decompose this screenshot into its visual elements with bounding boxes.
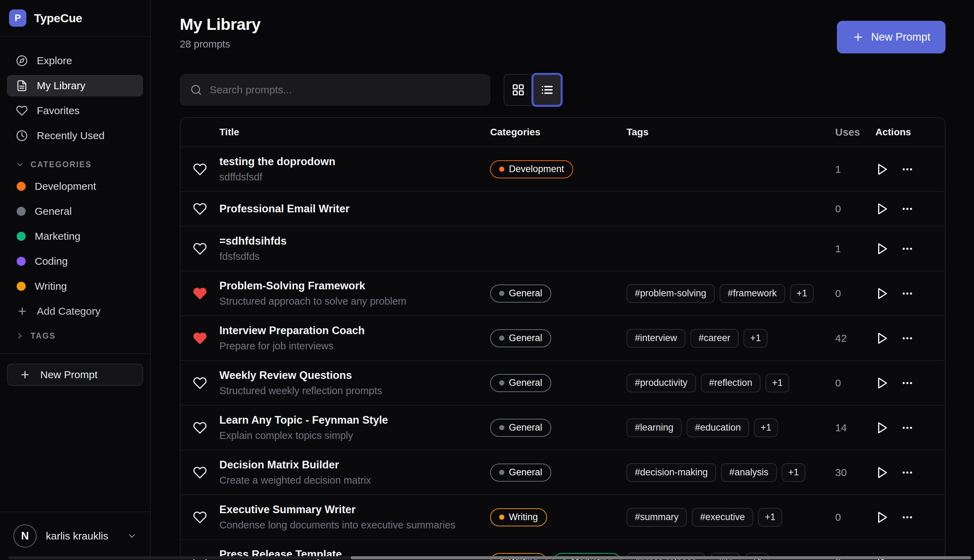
- grid-view-button[interactable]: [504, 74, 532, 106]
- tag-pill[interactable]: #framework: [720, 284, 785, 303]
- favorite-heart-icon[interactable]: [193, 466, 207, 480]
- favorite-heart-icon[interactable]: [193, 242, 207, 256]
- more-tags-pill[interactable]: +1: [758, 508, 782, 527]
- more-tags-pill[interactable]: +1: [744, 329, 767, 348]
- run-prompt-button[interactable]: [876, 421, 889, 434]
- tag-pill[interactable]: #executive: [692, 508, 753, 527]
- prompt-count: 28 prompts: [180, 38, 261, 50]
- run-prompt-button[interactable]: [876, 377, 889, 390]
- more-tags-pill[interactable]: +1: [782, 463, 806, 482]
- table-row[interactable]: Learn Any Topic - Feynman StyleExplain c…: [180, 406, 945, 450]
- sidebar-item-my-library[interactable]: My Library: [7, 75, 143, 97]
- table-row[interactable]: Interview Preparation CoachPrepare for j…: [180, 316, 945, 361]
- tag-pill[interactable]: #productivity: [627, 374, 696, 392]
- favorite-heart-icon[interactable]: [193, 376, 207, 390]
- category-badge-label: General: [509, 467, 542, 478]
- more-tags-pill[interactable]: +1: [766, 374, 789, 392]
- sidebar-category-writing[interactable]: Writing: [7, 275, 143, 297]
- tags-section-header[interactable]: TAGS: [7, 328, 143, 343]
- tag-pill[interactable]: #summary: [627, 508, 687, 527]
- category-badge-label: General: [509, 333, 542, 343]
- tag-pill[interactable]: #decision-making: [627, 463, 716, 482]
- table-row[interactable]: Weekly Review QuestionsStructured weekly…: [180, 361, 945, 406]
- more-actions-button[interactable]: [901, 287, 914, 300]
- sidebar-category-marketing[interactable]: Marketing: [7, 225, 143, 247]
- sidebar-new-prompt-button[interactable]: New Prompt: [7, 363, 143, 386]
- category-badge[interactable]: General: [490, 419, 551, 437]
- table-row[interactable]: Professional Email Writer0: [180, 192, 945, 227]
- table-row[interactable]: Problem-Solving FrameworkStructured appr…: [180, 271, 945, 316]
- horizontal-scrollbar-thumb[interactable]: [350, 556, 971, 559]
- search-input[interactable]: [210, 84, 480, 96]
- more-actions-button[interactable]: [901, 163, 914, 175]
- list-view-button[interactable]: [532, 73, 563, 107]
- category-badge[interactable]: General: [490, 463, 551, 482]
- tag-pill[interactable]: #education: [687, 418, 749, 437]
- prompt-description: fdsfsdfds: [219, 251, 480, 262]
- tag-pill[interactable]: #learning: [627, 418, 682, 437]
- run-prompt-button[interactable]: [876, 287, 889, 300]
- run-prompt-button[interactable]: [876, 202, 889, 215]
- run-prompt-button[interactable]: [876, 163, 889, 176]
- user-menu[interactable]: N karlis krauklis: [0, 512, 150, 560]
- category-badge[interactable]: General: [490, 285, 551, 303]
- tag-pill[interactable]: #career: [690, 329, 739, 348]
- favorite-heart-icon[interactable]: [193, 287, 207, 300]
- run-prompt-button[interactable]: [876, 242, 889, 255]
- categories-cell: General: [490, 285, 627, 303]
- table-row[interactable]: Decision Matrix BuilderCreate a weighted…: [180, 450, 945, 495]
- more-actions-button[interactable]: [901, 466, 914, 479]
- tag-pill[interactable]: #analysis: [721, 463, 777, 482]
- tag-pill[interactable]: #problem-solving: [627, 284, 715, 303]
- prompt-description: Create a weighted decision matrix: [219, 475, 480, 486]
- favorite-heart-icon[interactable]: [193, 202, 207, 216]
- tag-pill[interactable]: #reflection: [701, 374, 761, 392]
- prompt-title: Learn Any Topic - Feynman Style: [219, 414, 480, 427]
- table-row[interactable]: testing the doprodownsdffdsfsdfDevelopme…: [180, 147, 945, 192]
- categories-section-header[interactable]: CATEGORIES: [7, 157, 143, 172]
- prompt-title: testing the doprodown: [219, 155, 480, 168]
- category-badge[interactable]: General: [490, 329, 551, 347]
- tag-pill[interactable]: #interview: [627, 329, 685, 348]
- categories-cell: Development: [490, 160, 627, 178]
- sidebar-item-recently-used[interactable]: Recently Used: [7, 125, 143, 147]
- ellipsis-icon: [901, 511, 914, 523]
- more-actions-button[interactable]: [901, 511, 914, 523]
- table-row[interactable]: Executive Summary WriterCondense long do…: [180, 495, 945, 540]
- run-prompt-button[interactable]: [876, 511, 889, 524]
- new-prompt-button[interactable]: New Prompt: [837, 21, 946, 53]
- sidebar-item-favorites[interactable]: Favorites: [7, 100, 143, 122]
- favorite-heart-icon[interactable]: [193, 162, 207, 176]
- play-icon: [876, 242, 889, 255]
- run-prompt-button[interactable]: [876, 466, 889, 479]
- sidebar-category-coding[interactable]: Coding: [7, 250, 143, 272]
- plus-icon: [852, 31, 864, 43]
- sidebar-category-development[interactable]: Development: [7, 175, 143, 197]
- more-actions-button[interactable]: [901, 203, 914, 215]
- favorite-heart-icon[interactable]: [193, 332, 207, 345]
- actions-cell: [876, 242, 945, 255]
- more-tags-pill[interactable]: +1: [790, 284, 814, 303]
- run-prompt-button[interactable]: [876, 332, 889, 345]
- category-badge-label: General: [509, 377, 542, 388]
- play-icon: [876, 421, 889, 434]
- add-category-button[interactable]: Add Category: [7, 300, 143, 322]
- category-badge[interactable]: Writing: [490, 508, 547, 526]
- more-actions-button[interactable]: [901, 243, 914, 255]
- more-actions-button[interactable]: [901, 377, 914, 389]
- sidebar-category-general[interactable]: General: [7, 200, 143, 222]
- main-content: My Library 28 prompts New Prompt TitleCa…: [151, 0, 974, 560]
- favorite-heart-icon[interactable]: [193, 421, 207, 435]
- table-row[interactable]: =sdhfdsihfdsfdsfsdfds1: [180, 227, 945, 271]
- favorite-cell: [180, 376, 219, 390]
- sidebar-item-explore[interactable]: Explore: [7, 50, 143, 72]
- favorite-heart-icon[interactable]: [193, 510, 207, 524]
- category-badge[interactable]: General: [490, 374, 551, 392]
- more-tags-pill[interactable]: +1: [754, 418, 778, 437]
- more-actions-button[interactable]: [901, 332, 914, 345]
- table-header: TitleCategoriesTagsUsesActions: [180, 118, 945, 147]
- more-actions-button[interactable]: [901, 422, 914, 434]
- favorite-cell: [180, 466, 219, 480]
- category-badge[interactable]: Development: [490, 160, 573, 178]
- actions-cell: [876, 332, 945, 345]
